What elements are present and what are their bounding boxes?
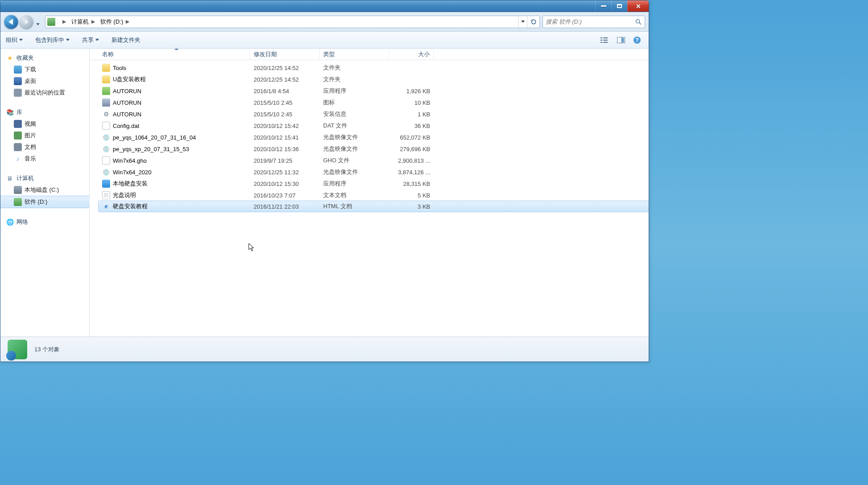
file-row[interactable]: AUTORUN2015/5/10 2:45图标10 KB: [99, 97, 649, 108]
navbar: ▶ 计算机▶ 软件 (D:)▶: [0, 12, 649, 32]
sidebar-item-pictures[interactable]: 图片: [0, 130, 89, 141]
preview-pane-button[interactable]: [615, 35, 627, 45]
back-button[interactable]: [4, 15, 18, 29]
library-icon: 📚: [6, 108, 14, 116]
file-name: 本地硬盘安装: [113, 180, 148, 188]
refresh-button[interactable]: [527, 16, 539, 28]
file-name-cell: 本地硬盘安装: [99, 180, 250, 188]
svg-rect-3: [603, 37, 608, 38]
svg-text:?: ?: [635, 37, 639, 43]
favorites-label: 收藏夹: [16, 54, 34, 62]
titlebar: ✕: [0, 0, 649, 12]
file-row[interactable]: pe_yqs_1064_20_07_31_16_042020/10/12 15:…: [99, 132, 649, 143]
chevron-right-icon: ▶: [62, 19, 66, 25]
sidebar-item-desktop[interactable]: 桌面: [0, 75, 89, 87]
breadcrumb-drive-d[interactable]: 软件 (D:)▶: [98, 16, 132, 28]
file-row[interactable]: 本地硬盘安装2020/10/12 15:30应用程序28,315 KB: [99, 178, 649, 189]
file-date-cell: 2016/11/21 22:03: [250, 203, 320, 210]
file-type-cell: 文件夹: [320, 64, 389, 72]
minimize-button[interactable]: [595, 0, 611, 12]
forward-button[interactable]: [19, 15, 33, 29]
file-row[interactable]: Tools2020/12/25 14:52文件夹: [99, 62, 649, 74]
network-group: 🌐网络: [0, 216, 89, 228]
share-menu[interactable]: 共享: [82, 36, 99, 44]
sidebar-item-downloads[interactable]: 下载: [0, 64, 89, 75]
file-row[interactable]: 光盘说明2016/10/23 7:07文本文档5 KB: [99, 189, 649, 201]
favorites-header[interactable]: ★收藏夹: [0, 52, 89, 64]
file-row[interactable]: Win7x64.gho2019/9/7 19:25GHO 文件2,900,813…: [99, 155, 649, 166]
sidebar-item-drive-d[interactable]: 软件 (D:): [0, 196, 89, 208]
computer-icon: 🖥: [6, 174, 14, 182]
file-name-cell: Tools: [99, 64, 250, 72]
column-header-date[interactable]: 修改日期: [250, 49, 320, 60]
sidebar-item-documents[interactable]: 文档: [0, 141, 89, 153]
address-history-dropdown[interactable]: [518, 16, 527, 28]
sidebar-item-recent[interactable]: 最近访问的位置: [0, 87, 89, 99]
maximize-icon: [617, 4, 622, 8]
file-size-cell: 28,315 KB: [389, 181, 434, 187]
nav-history-dropdown-icon[interactable]: [36, 23, 40, 25]
file-name-cell: AUTORUN: [99, 99, 250, 107]
chevron-right-icon: ▶: [126, 19, 129, 25]
preview-pane-icon: [617, 37, 625, 43]
network-label: 网络: [16, 218, 28, 226]
close-button[interactable]: ✕: [627, 0, 649, 12]
organize-menu[interactable]: 组织: [6, 36, 23, 44]
libraries-group: 📚库 视频 图片 文档 ♪音乐: [0, 107, 89, 164]
file-row[interactable]: AUTORUN2015/5/10 2:45安装信息1 KB: [99, 108, 649, 120]
file-row[interactable]: Config.dat2020/10/12 15:42DAT 文件36 KB: [99, 120, 649, 132]
column-header-type[interactable]: 类型: [320, 49, 389, 60]
sidebar-item-videos[interactable]: 视频: [0, 118, 89, 130]
file-rows[interactable]: Tools2020/12/25 14:52文件夹U盘安装教程2020/12/25…: [90, 60, 649, 337]
new-folder-button[interactable]: 新建文件夹: [111, 36, 140, 44]
status-bar: 13 个对象: [0, 337, 649, 362]
close-icon: ✕: [636, 3, 641, 10]
libraries-header[interactable]: 📚库: [0, 107, 89, 118]
help-button[interactable]: ?: [631, 35, 643, 45]
file-type-cell: 光盘映像文件: [320, 133, 389, 141]
iso-icon: [102, 168, 110, 176]
svg-line-1: [639, 23, 641, 25]
view-mode-button[interactable]: [599, 35, 611, 45]
file-row[interactable]: Win7x64_20202020/12/25 11:32光盘映像文件3,874,…: [99, 166, 649, 178]
breadcrumb-computer[interactable]: 计算机▶: [69, 16, 98, 28]
file-row[interactable]: 硬盘安装教程2016/11/21 22:03HTML 文档3 KB: [98, 201, 649, 212]
file-name-cell: pe_yqs_xp_20_07_31_15_53: [99, 145, 250, 153]
file-size-cell: 652,072 KB: [389, 134, 434, 141]
column-header-size[interactable]: 大小: [389, 49, 434, 60]
app-icon: [102, 180, 110, 188]
address-bar[interactable]: ▶ 计算机▶ 软件 (D:)▶: [45, 16, 540, 28]
maximize-button[interactable]: [611, 0, 627, 12]
file-row[interactable]: AUTORUN2016/1/8 4:54应用程序1,926 KB: [99, 85, 649, 97]
file-list-pane: 名称 修改日期 类型 大小 Tools2020/12/25 14:52文件夹U盘…: [90, 49, 649, 337]
computer-header[interactable]: 🖥计算机: [0, 173, 89, 184]
music-icon: ♪: [14, 155, 22, 163]
folder-icon: [102, 64, 110, 72]
drive-icon: [14, 186, 22, 194]
include-in-library-menu[interactable]: 包含到库中: [35, 36, 70, 44]
svg-point-0: [636, 19, 640, 23]
file-row[interactable]: U盘安装教程2020/12/25 14:52文件夹: [99, 74, 649, 85]
view-list-icon: [601, 37, 608, 43]
file-type-cell: 应用程序: [320, 87, 389, 95]
toolbar: 组织 包含到库中 共享 新建文件夹 ?: [0, 32, 649, 49]
file-size-cell: 279,696 KB: [389, 146, 434, 152]
file-date-cell: 2020/12/25 14:52: [250, 65, 320, 71]
search-input[interactable]: [546, 18, 635, 25]
file-name-cell: AUTORUN: [99, 87, 250, 95]
file-name: pe_yqs_xp_20_07_31_15_53: [113, 146, 189, 152]
svg-rect-6: [601, 42, 602, 43]
dat-icon: [102, 122, 110, 130]
refresh-icon: [531, 19, 537, 25]
file-row[interactable]: pe_yqs_xp_20_07_31_15_532020/10/12 15:36…: [99, 143, 649, 155]
file-date-cell: 2020/12/25 11:32: [250, 169, 320, 176]
organize-label: 组织: [6, 36, 17, 44]
column-header-name[interactable]: 名称: [99, 49, 250, 60]
network-header[interactable]: 🌐网络: [0, 216, 89, 228]
folder-icon: [102, 75, 110, 83]
breadcrumb-sep-root[interactable]: ▶: [57, 16, 69, 28]
sidebar-item-music[interactable]: ♪音乐: [0, 153, 89, 164]
sidebar-item-drive-c[interactable]: 本地磁盘 (C:): [0, 184, 89, 196]
search-bar[interactable]: [543, 16, 645, 28]
file-size-cell: 10 KB: [389, 99, 434, 106]
